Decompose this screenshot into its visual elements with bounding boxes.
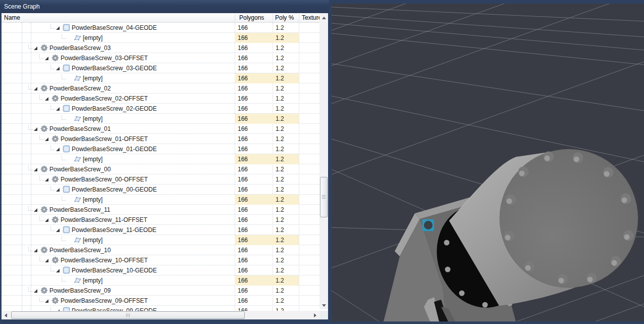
expand-collapse-arrow-icon[interactable] — [56, 228, 60, 232]
tree-row[interactable]: [empty] 166 1.2 — [2, 235, 319, 245]
tree-node-name-cell[interactable]: PowderBaseScrew_11-OFFSET — [2, 215, 235, 225]
tree-row[interactable]: [empty] 166 1.2 — [2, 154, 319, 164]
tree-row[interactable]: PowderBaseScrew_03-OFFSET 166 1.2 — [2, 53, 319, 63]
tree-node-name-cell[interactable]: [empty] — [2, 195, 235, 205]
expand-collapse-arrow-icon[interactable] — [45, 299, 48, 303]
tree-row[interactable]: PowderBaseScrew_00 166 1.2 — [2, 164, 319, 174]
3d-viewport[interactable] — [332, 4, 644, 321]
tree-node-name-cell[interactable]: PowderBaseScrew_10-GEODE — [2, 265, 235, 275]
scroll-left-button[interactable] — [2, 311, 10, 319]
tree-node-name-cell[interactable]: PowderBaseScrew_11-GEODE — [2, 225, 235, 235]
tree-elbow-line — [62, 196, 66, 201]
tree-node-name-cell[interactable]: [empty] — [2, 154, 235, 164]
tree-node-name-cell[interactable]: PowderBaseScrew_03-OFFSET — [2, 53, 235, 63]
expand-collapse-arrow-icon[interactable] — [56, 26, 60, 30]
tree-row[interactable]: PowderBaseScrew_09-OFFSET 166 1.2 — [2, 296, 319, 306]
tree-node-name-cell[interactable]: PowderBaseScrew_00-GEODE — [2, 184, 235, 195]
tree-row[interactable]: PowderBaseScrew_01-OFFSET 166 1.2 — [2, 134, 319, 144]
polygons-cell: 166 — [235, 114, 273, 124]
tree-node-name-cell[interactable]: PowderBaseScrew_11 — [2, 205, 235, 215]
horizontal-scrollbar-thumb[interactable] — [11, 311, 245, 319]
expand-collapse-arrow-icon[interactable] — [34, 168, 37, 171]
column-header-texture[interactable]: Texture — [302, 13, 321, 22]
tree-node-name-cell[interactable]: [empty] — [2, 114, 235, 124]
horizontal-scrollbar[interactable] — [2, 311, 319, 319]
tree-row[interactable]: [empty] 166 1.2 — [2, 114, 319, 124]
expand-collapse-arrow-icon[interactable] — [45, 259, 48, 262]
tree-row[interactable]: PowderBaseScrew_00-GEODE 166 1.2 — [2, 184, 319, 195]
tree-row[interactable]: [empty] 166 1.2 — [2, 195, 319, 205]
tree-row[interactable]: [empty] 166 1.2 — [2, 275, 319, 286]
vertical-scrollbar[interactable] — [319, 13, 328, 309]
tree-node-name-cell[interactable]: PowderBaseScrew_02-GEODE — [2, 104, 235, 114]
tree-node-name-cell[interactable]: PowderBaseScrew_03-GEODE — [2, 63, 235, 73]
tree-node-name-cell[interactable]: PowderBaseScrew_02-OFFSET — [2, 94, 235, 104]
tree-row[interactable]: PowderBaseScrew_03 166 1.2 — [2, 43, 319, 53]
poly-pct-cell: 1.2 — [273, 33, 299, 43]
tree-row[interactable]: PowderBaseScrew_02-GEODE 166 1.2 — [2, 104, 319, 114]
tree-row[interactable]: PowderBaseScrew_10-GEODE 166 1.2 — [2, 265, 319, 275]
expand-collapse-arrow-icon[interactable] — [34, 208, 37, 212]
tree-row[interactable]: PowderBaseScrew_02 166 1.2 — [2, 83, 319, 94]
tree-row[interactable]: PowderBaseScrew_00-OFFSET 166 1.2 — [2, 174, 319, 184]
tree-row[interactable]: PowderBaseScrew_02-OFFSET 166 1.2 — [2, 94, 319, 104]
tree-node-name-cell[interactable]: PowderBaseScrew_00-OFFSET — [2, 174, 235, 184]
scroll-down-button[interactable] — [319, 301, 328, 309]
tree-row[interactable]: [empty] 166 1.2 — [2, 33, 319, 43]
tree-node-name-cell[interactable]: PowderBaseScrew_01-OFFSET — [2, 134, 235, 144]
tree-row[interactable]: PowderBaseScrew_09-GEODE 166 1.2 — [2, 306, 319, 311]
tree-node-name-cell[interactable]: PowderBaseScrew_09 — [2, 286, 235, 296]
expand-collapse-arrow-icon[interactable] — [45, 218, 48, 222]
tree-node-name-cell[interactable]: [empty] — [2, 33, 235, 43]
expand-collapse-arrow-icon[interactable] — [56, 148, 60, 151]
tree-node-name-cell[interactable]: PowderBaseScrew_03 — [2, 43, 235, 53]
column-separator[interactable] — [273, 14, 273, 22]
expand-collapse-arrow-icon[interactable] — [34, 87, 37, 90]
expand-collapse-arrow-icon[interactable] — [34, 47, 37, 50]
tree-node-name-cell[interactable]: PowderBaseScrew_01-GEODE — [2, 144, 235, 154]
tree-node-name-cell[interactable]: PowderBaseScrew_01 — [2, 124, 235, 134]
expand-collapse-arrow-icon[interactable] — [34, 289, 37, 293]
expand-collapse-arrow-icon[interactable] — [56, 67, 60, 70]
expand-collapse-arrow-icon[interactable] — [45, 57, 48, 60]
tree-row[interactable]: PowderBaseScrew_04-GEODE 166 1.2 — [2, 23, 319, 33]
tree-node-name-cell[interactable]: [empty] — [2, 235, 235, 245]
tree-row[interactable]: PowderBaseScrew_10 166 1.2 — [2, 245, 319, 255]
tree-row[interactable]: PowderBaseScrew_11-GEODE 166 1.2 — [2, 225, 319, 235]
tree-node-name-cell[interactable]: PowderBaseScrew_09-OFFSET — [2, 296, 235, 306]
scroll-right-button[interactable] — [311, 311, 319, 319]
column-separator[interactable] — [235, 14, 235, 22]
tree-node-name-cell[interactable]: PowderBaseScrew_10-OFFSET — [2, 255, 235, 265]
tree-node-name-cell[interactable]: PowderBaseScrew_04-GEODE — [2, 23, 235, 33]
expand-collapse-arrow-icon[interactable] — [56, 107, 60, 111]
scroll-up-button[interactable] — [319, 13, 328, 22]
expand-collapse-arrow-icon[interactable] — [45, 97, 48, 101]
expand-collapse-arrow-icon[interactable] — [34, 249, 37, 252]
expand-collapse-arrow-icon[interactable] — [45, 178, 48, 181]
tree-row[interactable]: PowderBaseScrew_01-GEODE 166 1.2 — [2, 144, 319, 154]
column-header-poly-pct[interactable]: Poly % — [275, 13, 294, 22]
column-header-polygons[interactable]: Polygons — [239, 13, 264, 22]
tree-row[interactable]: PowderBaseScrew_11-OFFSET 166 1.2 — [2, 215, 319, 225]
tree-node-name-cell[interactable]: PowderBaseScrew_10 — [2, 245, 235, 255]
tree-node-name-cell[interactable]: [empty] — [2, 275, 235, 286]
expand-collapse-arrow-icon[interactable] — [56, 188, 60, 192]
tree-node-name-cell[interactable]: [empty] — [2, 73, 235, 83]
tree-row[interactable]: PowderBaseScrew_01 166 1.2 — [2, 124, 319, 134]
tree-row[interactable]: PowderBaseScrew_10-OFFSET 166 1.2 — [2, 255, 319, 265]
vertical-scrollbar-thumb[interactable] — [320, 177, 328, 217]
tree-elbow-line — [39, 55, 44, 59]
tree-row[interactable]: PowderBaseScrew_11 166 1.2 — [2, 205, 319, 215]
polygons-cell: 166 — [235, 184, 273, 195]
expand-collapse-arrow-icon[interactable] — [34, 127, 37, 131]
tree-row[interactable]: PowderBaseScrew_09 166 1.2 — [2, 286, 319, 296]
column-header-name[interactable]: Name — [4, 13, 20, 22]
tree-row[interactable]: PowderBaseScrew_03-GEODE 166 1.2 — [2, 63, 319, 73]
tree-node-name-cell[interactable]: PowderBaseScrew_02 — [2, 83, 235, 94]
column-separator[interactable] — [299, 14, 299, 22]
tree-row[interactable]: [empty] 166 1.2 — [2, 73, 319, 83]
tree-node-name-cell[interactable]: PowderBaseScrew_09-GEODE — [2, 306, 235, 311]
expand-collapse-arrow-icon[interactable] — [45, 137, 48, 141]
expand-collapse-arrow-icon[interactable] — [56, 269, 60, 272]
tree-node-name-cell[interactable]: PowderBaseScrew_00 — [2, 164, 235, 174]
